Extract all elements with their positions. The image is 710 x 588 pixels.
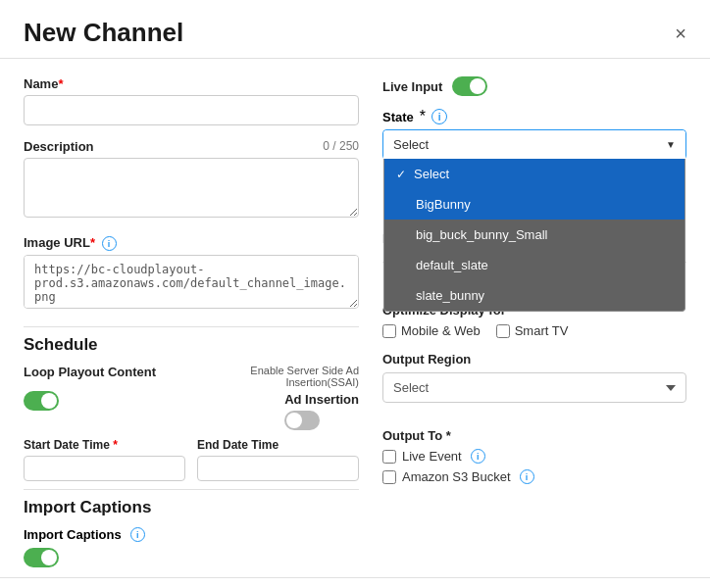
live-event-option: Live Event i — [382, 449, 686, 464]
output-to-options: Live Event i Amazon S3 Bucket i — [382, 449, 686, 484]
dropdown-item-label: slate_bunny — [416, 288, 484, 303]
live-input-row: Live Input — [382, 76, 686, 96]
loop-playout-label: Loop Playout Content — [24, 365, 156, 379]
import-captions-divider — [24, 489, 359, 490]
live-input-label: Live Input — [382, 79, 442, 94]
modal-overlay: New Channel × Name* Description 0 / 25 — [0, 0, 710, 588]
date-row: Start Date Time * End Date Time — [24, 438, 359, 481]
image-url-required: * — [90, 235, 95, 250]
dropdown-item-bigbunny[interactable]: BigBunny — [384, 189, 685, 220]
import-captions-section: Import Captions Import Captions i — [24, 498, 359, 567]
amazon-s3-checkbox[interactable] — [382, 470, 396, 484]
modal-header: New Channel × — [0, 0, 710, 59]
dropdown-item-label: default_slate — [416, 258, 488, 272]
image-url-input[interactable]: https://bc-cloudplayout-prod.s3.amazonaw… — [24, 255, 359, 309]
dropdown-item-slatebunny[interactable]: slate_bunny — [384, 280, 685, 311]
state-dropdown-selected[interactable]: Select ▼ — [383, 130, 685, 159]
chevron-down-icon: ▼ — [666, 139, 676, 150]
amazon-s3-info-icon: i — [520, 469, 534, 484]
dropdown-item-label: Select — [414, 167, 449, 181]
dropdown-item-label: BigBunny — [416, 197, 471, 212]
live-event-label: Live Event — [402, 449, 462, 464]
state-dropdown-value: Select — [393, 137, 429, 152]
schedule-divider — [24, 326, 359, 327]
state-dropdown-list: ✓ Select BigBunny big_buck_bunny_Small — [383, 159, 685, 312]
output-region-label: Output Region — [382, 352, 686, 367]
schedule-title: Schedule — [24, 335, 359, 355]
mobile-web-option: Mobile & Web — [382, 323, 481, 338]
import-captions-toggle[interactable] — [24, 548, 59, 567]
live-input-toggle[interactable] — [452, 76, 487, 96]
char-count: 0 / 250 — [323, 139, 359, 153]
output-to-group: Output To * Live Event i Amazon S3 Bucke… — [382, 428, 686, 484]
amazon-s3-label: Amazon S3 Bucket — [402, 469, 511, 484]
modal: New Channel × Name* Description 0 / 25 — [0, 0, 710, 588]
description-label: Description 0 / 250 — [24, 139, 359, 154]
modal-title: New Channel — [24, 18, 183, 48]
dropdown-item-label: big_buck_bunny_Small — [416, 227, 547, 242]
image-url-label: Image URL* i — [24, 235, 359, 251]
mobile-web-label: Mobile & Web — [401, 323, 481, 338]
loop-playout-toggle[interactable] — [24, 391, 59, 411]
schedule-section: Schedule Loop Playout Content Enable Ser… — [24, 335, 359, 481]
image-url-info-icon: i — [102, 236, 117, 251]
description-group: Description 0 / 250 — [24, 139, 359, 221]
left-column: Name* Description 0 / 250 Image URL* — [24, 76, 359, 567]
smart-tv-option: Smart TV — [496, 323, 569, 338]
modal-footer: Cancel Create Channel — [0, 577, 710, 588]
name-group: Name* — [24, 76, 359, 125]
description-input[interactable] — [24, 158, 359, 218]
dropdown-item-select[interactable]: ✓ Select — [384, 159, 685, 189]
right-column: Live Input State * i Select ▼ — [382, 76, 686, 567]
ad-insertion-toggle[interactable] — [284, 411, 320, 430]
smart-tv-label: Smart TV — [515, 323, 569, 338]
name-input[interactable] — [24, 95, 359, 125]
output-region-group: Output Region Select — [382, 352, 686, 415]
ssai-label: Enable Server Side Ad Insertion(SSAI) — [196, 365, 359, 388]
end-date-input[interactable] — [197, 456, 359, 481]
loop-playout-row: Loop Playout Content — [24, 365, 186, 379]
import-captions-title: Import Captions — [24, 498, 359, 517]
output-region-select[interactable]: Select — [382, 372, 686, 403]
smart-tv-checkbox[interactable] — [496, 324, 510, 338]
name-required: * — [58, 76, 63, 91]
checkmark-icon: ✓ — [396, 168, 406, 181]
state-dropdown-container: Select ▼ ✓ Select BigBunny — [382, 129, 686, 160]
image-url-group: Image URL* i https://bc-cloudplayout-pro… — [24, 235, 359, 313]
import-captions-label: Import Captions — [24, 527, 122, 542]
optimize-checkbox-row: Mobile & Web Smart TV — [382, 323, 686, 338]
end-date-col: End Date Time — [197, 438, 359, 481]
dropdown-item-bigbuck[interactable]: big_buck_bunny_Small — [384, 220, 685, 250]
dropdown-item-defaultslate[interactable]: default_slate — [384, 250, 685, 280]
state-info-icon: i — [431, 109, 447, 124]
start-date-input[interactable] — [24, 456, 185, 481]
end-date-label: End Date Time — [197, 438, 359, 452]
modal-body: Name* Description 0 / 250 Image URL* — [0, 59, 710, 567]
close-button[interactable]: × — [675, 24, 686, 43]
state-row: State * i — [382, 108, 686, 125]
start-date-label: Start Date Time * — [24, 438, 185, 452]
import-captions-info-icon: i — [130, 527, 145, 542]
live-event-info-icon: i — [471, 449, 485, 464]
start-date-col: Start Date Time * — [24, 438, 185, 481]
amazon-s3-option: Amazon S3 Bucket i — [382, 469, 686, 484]
live-event-checkbox[interactable] — [382, 450, 396, 464]
mobile-web-checkbox[interactable] — [382, 324, 396, 338]
output-to-label: Output To * — [382, 428, 686, 443]
name-label: Name* — [24, 76, 359, 91]
ad-insertion-label: Ad Insertion — [284, 392, 359, 407]
state-label: State — [382, 110, 414, 124]
